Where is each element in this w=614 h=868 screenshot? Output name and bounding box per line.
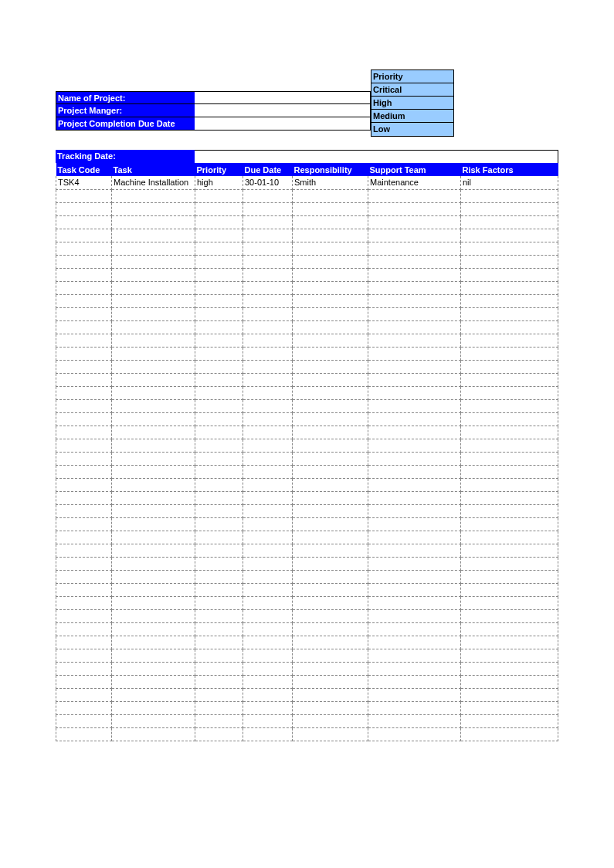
- cell-support[interactable]: [368, 320, 461, 334]
- cell-responsibility[interactable]: [293, 189, 368, 202]
- cell-risk[interactable]: [461, 268, 558, 281]
- cell-due[interactable]: [243, 215, 293, 229]
- cell-due[interactable]: [243, 399, 293, 412]
- cell-due[interactable]: [243, 202, 293, 215]
- cell-priority[interactable]: [195, 649, 243, 662]
- cell-code[interactable]: [56, 386, 112, 399]
- cell-support[interactable]: [368, 347, 461, 360]
- cell-risk[interactable]: [461, 688, 558, 701]
- cell-due[interactable]: [243, 649, 293, 662]
- cell-risk[interactable]: [461, 347, 558, 360]
- cell-due[interactable]: [243, 229, 293, 242]
- cell-risk[interactable]: [461, 399, 558, 412]
- cell-responsibility[interactable]: [293, 583, 368, 596]
- cell-support[interactable]: [368, 202, 461, 215]
- cell-task[interactable]: [112, 662, 195, 675]
- cell-risk[interactable]: [461, 583, 558, 596]
- cell-responsibility[interactable]: [293, 727, 368, 741]
- cell-code[interactable]: [56, 399, 112, 412]
- cell-due[interactable]: [243, 360, 293, 373]
- cell-responsibility[interactable]: [293, 386, 368, 399]
- cell-task[interactable]: [112, 557, 195, 570]
- cell-task[interactable]: [112, 255, 195, 268]
- cell-code[interactable]: [56, 622, 112, 636]
- cell-due[interactable]: [243, 386, 293, 399]
- cell-priority[interactable]: [195, 373, 243, 386]
- cell-support[interactable]: [368, 334, 461, 347]
- cell-priority[interactable]: [195, 452, 243, 465]
- cell-priority[interactable]: [195, 281, 243, 294]
- cell-task[interactable]: [112, 294, 195, 307]
- cell-code[interactable]: [56, 268, 112, 281]
- cell-priority[interactable]: [195, 426, 243, 439]
- cell-risk[interactable]: [461, 544, 558, 557]
- cell-priority[interactable]: [195, 268, 243, 281]
- cell-support[interactable]: [368, 399, 461, 412]
- cell-task[interactable]: [112, 609, 195, 622]
- cell-responsibility[interactable]: [293, 662, 368, 675]
- cell-code[interactable]: [56, 307, 112, 320]
- cell-risk[interactable]: [461, 714, 558, 727]
- cell-responsibility[interactable]: [293, 570, 368, 583]
- col-header-due[interactable]: Due Date: [243, 163, 293, 176]
- cell-support[interactable]: [368, 727, 461, 741]
- cell-code[interactable]: [56, 609, 112, 622]
- cell-due[interactable]: [243, 609, 293, 622]
- cell-support[interactable]: [368, 242, 461, 255]
- cell-task[interactable]: [112, 465, 195, 478]
- cell-due[interactable]: [243, 596, 293, 609]
- cell-due[interactable]: [243, 491, 293, 504]
- cell-responsibility[interactable]: [293, 557, 368, 570]
- cell-priority[interactable]: [195, 583, 243, 596]
- cell-responsibility[interactable]: [293, 622, 368, 636]
- cell-support[interactable]: [368, 215, 461, 229]
- cell-task[interactable]: [112, 570, 195, 583]
- cell-responsibility[interactable]: [293, 649, 368, 662]
- project-name-input[interactable]: [195, 91, 371, 104]
- cell-support[interactable]: [368, 596, 461, 609]
- cell-support[interactable]: [368, 714, 461, 727]
- cell-risk[interactable]: [461, 504, 558, 517]
- col-header-risk[interactable]: Risk Factors: [461, 163, 558, 176]
- cell-responsibility[interactable]: [293, 517, 368, 531]
- cell-support[interactable]: [368, 294, 461, 307]
- cell-support[interactable]: [368, 373, 461, 386]
- cell-due[interactable]: [243, 465, 293, 478]
- cell-responsibility[interactable]: [293, 426, 368, 439]
- cell-due[interactable]: [243, 727, 293, 741]
- cell-support[interactable]: [368, 544, 461, 557]
- cell-due[interactable]: [243, 675, 293, 688]
- cell-responsibility[interactable]: [293, 307, 368, 320]
- cell-priority[interactable]: [195, 557, 243, 570]
- cell-priority[interactable]: [195, 544, 243, 557]
- cell-code[interactable]: [56, 465, 112, 478]
- cell-responsibility[interactable]: [293, 491, 368, 504]
- cell-priority[interactable]: [195, 255, 243, 268]
- cell-due[interactable]: [243, 373, 293, 386]
- cell-responsibility[interactable]: [293, 255, 368, 268]
- cell-task[interactable]: [112, 307, 195, 320]
- cell-due[interactable]: [243, 320, 293, 334]
- cell-code[interactable]: [56, 439, 112, 452]
- cell-risk[interactable]: [461, 622, 558, 636]
- cell-due[interactable]: [243, 544, 293, 557]
- cell-code[interactable]: [56, 255, 112, 268]
- cell-due[interactable]: [243, 452, 293, 465]
- cell-code[interactable]: [56, 189, 112, 202]
- cell-support[interactable]: [368, 570, 461, 583]
- cell-code[interactable]: [56, 583, 112, 596]
- cell-task[interactable]: [112, 360, 195, 373]
- cell-task[interactable]: [112, 583, 195, 596]
- cell-responsibility[interactable]: [293, 373, 368, 386]
- cell-due[interactable]: [243, 504, 293, 517]
- cell-code[interactable]: [56, 334, 112, 347]
- cell-code[interactable]: [56, 727, 112, 741]
- cell-priority[interactable]: [195, 570, 243, 583]
- cell-due[interactable]: [243, 662, 293, 675]
- cell-due[interactable]: [243, 189, 293, 202]
- cell-support[interactable]: Maintenance: [368, 176, 461, 189]
- cell-due[interactable]: [243, 583, 293, 596]
- cell-code[interactable]: [56, 347, 112, 360]
- cell-responsibility[interactable]: [293, 452, 368, 465]
- cell-code[interactable]: [56, 360, 112, 373]
